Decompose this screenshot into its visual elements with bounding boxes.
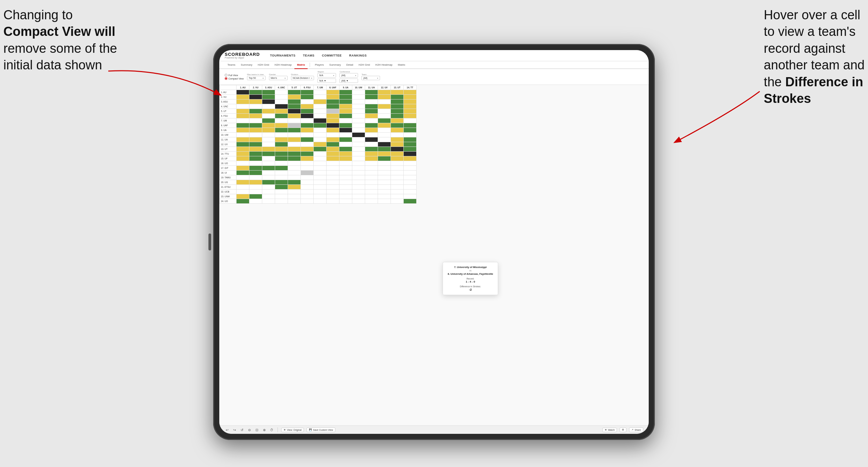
- matrix-cell[interactable]: [301, 175, 314, 180]
- matrix-cell[interactable]: [391, 114, 404, 118]
- matrix-cell[interactable]: [352, 137, 365, 142]
- matrix-cell[interactable]: [249, 123, 262, 128]
- matrix-cell[interactable]: [237, 185, 249, 190]
- matrix-cell[interactable]: [352, 133, 365, 137]
- matrix-cell[interactable]: [314, 185, 327, 190]
- matrix-cell[interactable]: [404, 194, 417, 199]
- matrix-cell[interactable]: [314, 152, 327, 156]
- matrix-cell[interactable]: [327, 128, 339, 133]
- matrix-cell[interactable]: [314, 190, 327, 194]
- matrix-cell[interactable]: [327, 114, 339, 118]
- matrix-cell[interactable]: [237, 156, 249, 161]
- matrix-cell[interactable]: [365, 90, 378, 95]
- matrix-cell[interactable]: [262, 123, 275, 128]
- matrix-cell[interactable]: [249, 166, 262, 171]
- matrix-cell[interactable]: [301, 156, 314, 161]
- zoom-out-icon[interactable]: ⊖: [247, 427, 252, 432]
- matrix-cell[interactable]: [288, 199, 301, 204]
- matrix-cell[interactable]: [249, 180, 262, 185]
- matrix-cell[interactable]: [288, 156, 301, 161]
- matrix-cell[interactable]: [391, 147, 404, 152]
- matrix-cell[interactable]: [404, 190, 417, 194]
- matrix-cell[interactable]: [339, 175, 352, 180]
- matrix-cell[interactable]: [339, 104, 352, 109]
- matrix-cell[interactable]: [314, 142, 327, 147]
- matrix-cell[interactable]: [314, 95, 327, 99]
- matrix-cell[interactable]: [249, 109, 262, 114]
- matrix-cell[interactable]: [339, 185, 352, 190]
- matrix-cell[interactable]: [391, 185, 404, 190]
- matrix-cell[interactable]: [378, 171, 391, 175]
- matrix-cell[interactable]: [365, 104, 378, 109]
- matrix-cell[interactable]: [288, 137, 301, 142]
- matrix-cell[interactable]: [378, 123, 391, 128]
- matrix-cell[interactable]: [262, 104, 275, 109]
- matrix-cell[interactable]: [314, 175, 327, 180]
- matrix-cell[interactable]: [327, 142, 339, 147]
- matrix-cell[interactable]: [404, 114, 417, 118]
- matrix-cell[interactable]: [288, 114, 301, 118]
- matrix-cell[interactable]: [404, 109, 417, 114]
- tab-players-h2h-heatmap[interactable]: H2H Heatmap: [373, 61, 395, 69]
- matrix-cell[interactable]: [378, 128, 391, 133]
- matrix-cell[interactable]: [352, 166, 365, 171]
- matrix-cell[interactable]: [365, 123, 378, 128]
- tab-players-matrix[interactable]: Matrix: [395, 61, 408, 69]
- matrix-cell[interactable]: [365, 133, 378, 137]
- matrix-cell[interactable]: [301, 147, 314, 152]
- matrix-cell[interactable]: [327, 137, 339, 142]
- matrix-cell[interactable]: [249, 114, 262, 118]
- matrix-cell[interactable]: [339, 180, 352, 185]
- matrix-cell[interactable]: [288, 180, 301, 185]
- matrix-cell[interactable]: [262, 133, 275, 137]
- matrix-cell[interactable]: [404, 199, 417, 204]
- matrix-cell[interactable]: [352, 171, 365, 175]
- matrix-cell[interactable]: [237, 137, 249, 142]
- layout-button[interactable]: ⊞: [620, 427, 626, 432]
- matrix-cell[interactable]: [237, 142, 249, 147]
- matrix-cell[interactable]: [327, 90, 339, 95]
- region-select[interactable]: N/A ▼: [317, 73, 336, 77]
- matrix-cell[interactable]: [327, 147, 339, 152]
- matrix-cell[interactable]: [275, 171, 288, 175]
- matrix-cell[interactable]: [327, 185, 339, 190]
- matrix-cell[interactable]: [327, 156, 339, 161]
- matrix-cell[interactable]: [378, 109, 391, 114]
- matrix-cell[interactable]: [352, 175, 365, 180]
- matrix-cell[interactable]: [262, 147, 275, 152]
- matrix-cell[interactable]: [352, 180, 365, 185]
- matrix-cell[interactable]: [275, 199, 288, 204]
- matrix-cell[interactable]: [352, 152, 365, 156]
- matrix-cell[interactable]: [301, 137, 314, 142]
- matrix-cell[interactable]: [378, 152, 391, 156]
- matrix-cell[interactable]: [404, 142, 417, 147]
- matrix-cell[interactable]: [237, 99, 249, 104]
- matrix-cell[interactable]: [314, 147, 327, 152]
- matrix-cell[interactable]: [404, 166, 417, 171]
- matrix-cell[interactable]: [262, 137, 275, 142]
- matrix-cell[interactable]: [378, 185, 391, 190]
- matrix-cell[interactable]: [262, 156, 275, 161]
- matrix-cell[interactable]: [301, 161, 314, 166]
- matrix-cell[interactable]: [262, 171, 275, 175]
- matrix-cell[interactable]: [365, 118, 378, 123]
- matrix-cell[interactable]: [365, 171, 378, 175]
- matrix-cell[interactable]: [352, 118, 365, 123]
- matrix-cell[interactable]: [327, 199, 339, 204]
- matrix-cell[interactable]: [327, 161, 339, 166]
- matrix-cell[interactable]: [288, 185, 301, 190]
- matrix-cell[interactable]: [262, 90, 275, 95]
- matrix-cell[interactable]: [314, 161, 327, 166]
- matrix-cell[interactable]: [404, 147, 417, 152]
- save-custom-button[interactable]: 💾 Save Custom View: [307, 427, 335, 432]
- matrix-cell[interactable]: [327, 166, 339, 171]
- matrix-cell[interactable]: [314, 99, 327, 104]
- matrix-cell[interactable]: [262, 199, 275, 204]
- matrix-cell[interactable]: [365, 114, 378, 118]
- share-button[interactable]: ↗ Share: [629, 427, 643, 432]
- matrix-cell[interactable]: [249, 194, 262, 199]
- matrix-cell[interactable]: [237, 166, 249, 171]
- matrix-cell[interactable]: [262, 180, 275, 185]
- matrix-cell[interactable]: [275, 133, 288, 137]
- matrix-cell[interactable]: [327, 152, 339, 156]
